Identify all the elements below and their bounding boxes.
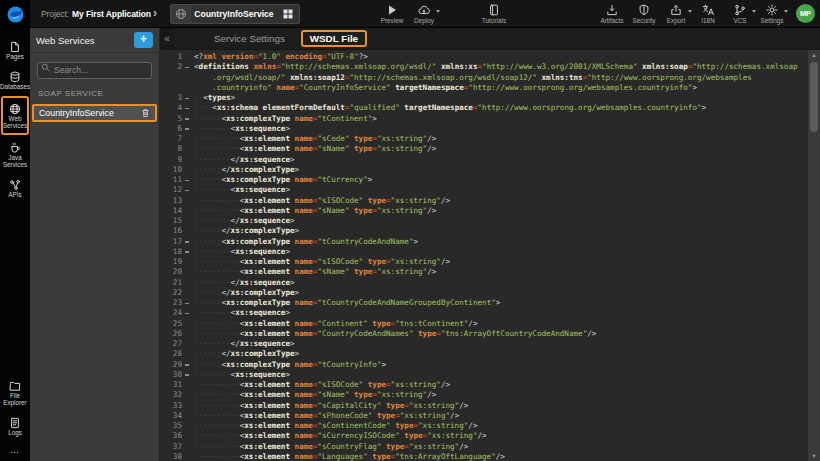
fold-toggle[interactable] [182,93,194,103]
fold-toggle[interactable] [182,370,194,380]
sidebar-item-file-explorer[interactable]: File Explorer [0,374,30,411]
fold-gutter [182,206,194,216]
line-number: 37 [160,442,182,452]
code-line: 7··········<xs:element name="sCode" type… [160,134,808,144]
project-name[interactable]: My First Application [72,9,151,19]
line-number: 12 [160,185,182,195]
fold-gutter [182,226,194,236]
code-line: 38··········<xs:element name="Languages"… [160,452,808,461]
wsdl-code-editor[interactable]: 1<?xml version="1.0" encoding="UTF-8"?> … [160,50,808,461]
code-line: 1<?xml version="1.0" encoding="UTF-8"?> … [160,52,808,62]
service-tab[interactable]: CountryInfoService [170,4,300,24]
artifacts-icon [606,3,618,16]
tab-wsdl-file[interactable]: WSDL File [301,30,367,47]
line-number: 7 [160,134,182,144]
fold-gutter [182,442,194,452]
line-number: 30 [160,370,182,380]
collapse-panel-button[interactable]: « [160,28,174,49]
scroll-down-arrow[interactable]: ▼ [808,451,820,461]
preview-icon [386,3,398,16]
code-line: 17······<xs:complexType name="tCountryCo… [160,237,808,247]
fold-toggle[interactable] [182,103,194,113]
code-line: 2<definitions xmlns="http://schemas.xmls… [160,62,808,72]
caret-down-icon[interactable] [436,10,440,13]
line-number: 35 [160,421,182,431]
i18n-button[interactable]: I18N [694,3,722,24]
more-options-icon[interactable]: ⋯ [0,441,30,461]
fold-toggle[interactable] [182,185,194,195]
settings-button[interactable]: Settings [758,3,786,24]
content-tab-bar: « Service Settings WSDL File [160,28,820,50]
code-line: 9········</xs:sequence> · [160,155,808,165]
line-number: 14 [160,206,182,216]
service-list-item[interactable]: CountryInfoService [32,104,157,122]
code-line: 26··········<xs:element name="CountryCod… [160,329,808,339]
line-number: 27 [160,339,182,349]
apis-icon [9,177,21,190]
code-line: 27········</xs:sequence> · [160,339,808,349]
globe-icon [171,5,191,23]
app-logo[interactable] [0,0,30,28]
project-label: Project: [41,9,69,19]
deploy-button[interactable]: Deploy [410,3,438,24]
scroll-up-arrow[interactable]: ▲ [808,50,820,60]
fold-toggle[interactable] [182,175,194,185]
sidebar-item-web-services[interactable]: Web Services [1,96,29,135]
vcs-button[interactable]: VCS [726,3,754,24]
artifacts-button[interactable]: Artifacts [598,3,626,24]
code-line: 28······</xs:complexType> · [160,349,808,359]
grid-icon[interactable] [277,5,299,23]
editor-scrollbar: ▲ ▼ [808,50,820,461]
fold-toggle[interactable] [182,114,194,124]
fold-gutter [182,349,194,359]
logs-icon [9,415,21,428]
code-line: 16······</xs:complexType> · [160,226,808,236]
preview-button[interactable]: Preview [378,3,406,24]
fold-toggle[interactable] [182,298,194,308]
fold-gutter [182,380,194,390]
caret-down-icon[interactable] [688,10,692,13]
fold-gutter [182,329,194,339]
scrollbar-thumb[interactable] [810,62,818,132]
fold-toggle[interactable] [182,237,194,247]
pages-icon [9,39,21,52]
security-button[interactable]: Security [630,3,658,24]
tutorials-button[interactable]: Tutorials [480,3,508,24]
line-number: 33 [160,401,182,411]
code-line: 32··········<xs:element name="sName" typ… [160,390,808,400]
line-number [160,73,182,83]
line-number: 22 [160,288,182,298]
settings-icon [766,3,778,16]
sidebar-item-databases[interactable]: Databases [0,65,30,95]
fold-toggle[interactable] [182,62,194,72]
line-number: 5 [160,114,182,124]
search-input[interactable] [37,62,152,79]
sidebar-item-pages[interactable]: Pages [0,35,30,65]
tab-service-settings[interactable]: Service Settings [214,33,285,44]
sidebar-item-java-services[interactable]: Java Services [0,136,30,173]
line-number: 17 [160,237,182,247]
line-number: 10 [160,165,182,175]
trash-icon[interactable] [141,108,150,118]
fold-gutter [182,339,194,349]
code-line: 3··<types> · [160,93,808,103]
fold-gutter [182,52,194,62]
topbar-actions-right: ArtifactsSecurityExportI18NVCSSettings [596,3,788,24]
fold-toggle[interactable] [182,124,194,134]
caret-down-icon[interactable] [752,10,756,13]
sidebar-item-apis[interactable]: APIs [0,173,30,203]
line-number: 32 [160,390,182,400]
line-number: 34 [160,411,182,421]
fold-toggle[interactable] [182,308,194,318]
code-line: 13··········<xs:element name="sISOCode" … [160,196,808,206]
export-button[interactable]: Export [662,3,690,24]
fold-toggle[interactable] [182,360,194,370]
line-number: 24 [160,308,182,318]
sidebar-item-logs[interactable]: Logs [0,411,30,441]
panel-title: Web Services [36,35,134,46]
add-service-button[interactable]: + [134,32,153,48]
caret-down-icon[interactable] [784,10,788,13]
fold-toggle[interactable] [182,247,194,257]
code-line: 6········<xs:sequence> · [160,124,808,134]
user-avatar[interactable]: MP [796,4,815,23]
